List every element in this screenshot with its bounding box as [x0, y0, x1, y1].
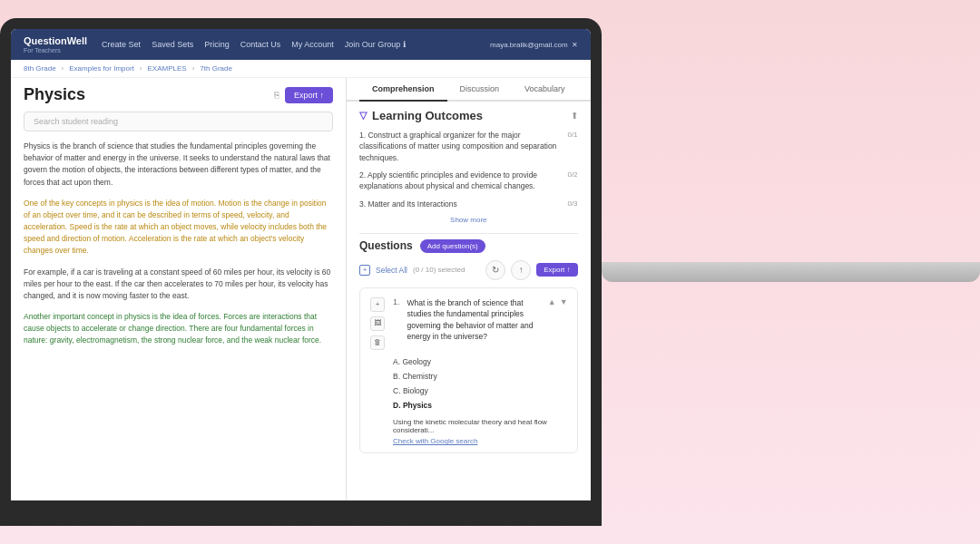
outcome-text-1: 1. Construct a graphical organizer for t… — [359, 130, 567, 163]
nav-links: Create Set Saved Sets Pricing Contact Us… — [102, 40, 490, 49]
select-all-label[interactable]: Select All — [376, 266, 407, 275]
share-icon[interactable]: ↑ — [511, 260, 531, 280]
left-header: Physics ⎘ Export ↑ — [11, 78, 346, 108]
answer-letter-c: C. — [393, 386, 403, 395]
question-delete-icon[interactable]: 🗑 — [370, 335, 385, 350]
questions-export-button[interactable]: Export ↑ — [536, 263, 577, 277]
answer-text-c: Biology — [403, 386, 428, 395]
tab-vocabulary[interactable]: Vocabulary — [512, 78, 578, 102]
outcome-count-1: 0/1 — [567, 130, 577, 141]
answer-option-a: A. Geology — [393, 357, 568, 368]
answer-options: A. Geology B. Chemistry C. Biology — [393, 357, 568, 412]
user-email: maya.bralik@gmail.com — [490, 41, 567, 49]
breadcrumb-examples-import[interactable]: Examples for Import — [69, 64, 134, 73]
copy-icon[interactable]: ⎘ — [274, 90, 279, 100]
tab-bar: Comprehension Discussion Vocabulary — [347, 78, 591, 102]
section-divider — [359, 233, 578, 234]
answer-text-d: Physics — [403, 401, 432, 410]
brand-sub: For Teachers — [24, 47, 87, 53]
outcomes-section-header: ▽ Learning Outcomes ⬆ — [359, 109, 578, 122]
answer-text-b: Chemistry — [402, 372, 436, 381]
selected-count: (0 / 10) selected — [413, 266, 465, 274]
outcome-text-3: 3. Matter and Its Interactions — [359, 199, 567, 209]
top-nav: QuestionWell For Teachers Create Set Sav… — [11, 29, 591, 60]
para-2: One of the key concepts in physics is th… — [24, 198, 333, 257]
nav-create-set[interactable]: Create Set — [102, 40, 141, 49]
add-question-button[interactable]: Add question(s) — [420, 239, 485, 253]
laptop-screen: QuestionWell For Teachers Create Set Sav… — [11, 29, 591, 500]
breadcrumb: 8th Grade › Examples for Import › EXAMPL… — [11, 60, 591, 78]
question-number: 1. — [393, 297, 400, 350]
para-1: Physics is the branch of science that st… — [24, 141, 333, 189]
breadcrumb-examples[interactable]: EXAMPLES — [148, 64, 187, 73]
question-text: What is the branch of science that studi… — [407, 297, 541, 350]
search-reading-input[interactable]: Search student reading — [24, 112, 333, 131]
outcome-count-2: 0/2 — [567, 170, 577, 180]
breadcrumb-sep-1: › — [62, 64, 64, 73]
outcome-item-1: 1. Construct a graphical organizer for t… — [359, 130, 578, 163]
questions-toolbar: + Select All (0 / 10) selected ↻ ↑ Expor… — [359, 260, 578, 280]
outcome-item-3: 3. Matter and Its Interactions 0/3 — [359, 199, 578, 209]
nav-user: maya.bralik@gmail.com ✕ — [490, 41, 577, 49]
question-image-icon[interactable]: 🖼 — [370, 316, 385, 331]
laptop-frame: QuestionWell For Teachers Create Set Sav… — [0, 18, 602, 526]
para-4: Another important concept in physics is … — [24, 311, 333, 347]
left-panel: Physics ⎘ Export ↑ Search student readin… — [11, 78, 347, 500]
google-check-link[interactable]: Check with Google search — [393, 437, 568, 445]
answer-letter-d: D. — [393, 401, 403, 410]
question-actions: ▲ ▼ — [548, 297, 568, 306]
breadcrumb-7th-grade[interactable]: 7th Grade — [200, 64, 232, 73]
breadcrumb-sep-2: › — [140, 64, 142, 73]
outcome-text-2: 2. Apply scientific principles and evide… — [359, 170, 567, 192]
right-panel: Comprehension Discussion Vocabulary ▽ Le… — [347, 78, 591, 500]
tab-discussion[interactable]: Discussion — [447, 78, 513, 102]
question-checkbox[interactable]: + — [370, 297, 385, 312]
brand-logo: QuestionWell For Teachers — [24, 35, 87, 53]
breadcrumb-sep-3: › — [192, 64, 195, 73]
question-icons: + 🖼 🗑 — [369, 297, 386, 350]
google-check-area: Using the kinetic molecular theory and h… — [393, 418, 568, 445]
brand-name: QuestionWell — [24, 35, 87, 46]
page-title: Physics — [24, 85, 85, 104]
breadcrumb-8th-grade[interactable]: 8th Grade — [24, 64, 56, 73]
laptop-base — [602, 262, 980, 282]
question-card-header: + 🖼 🗑 1. What is the branch of science t… — [369, 297, 568, 350]
reading-text-area: Physics is the branch of science that st… — [11, 137, 346, 500]
outcomes-title-text: Learning Outcomes — [372, 109, 483, 122]
outcome-count-3: 0/3 — [567, 199, 577, 209]
nav-pricing[interactable]: Pricing — [204, 40, 230, 49]
para-3: For example, if a car is traveling at a … — [24, 267, 333, 303]
nav-join-group[interactable]: Join Our Group ℹ — [345, 40, 406, 49]
right-scroll-area: ▽ Learning Outcomes ⬆ 1. Construct a gra… — [347, 102, 591, 500]
select-all-area: + Select All (0 / 10) selected — [359, 265, 465, 276]
question-card-1: + 🖼 🗑 1. What is the branch of science t… — [359, 287, 578, 454]
tab-comprehension[interactable]: Comprehension — [359, 78, 447, 102]
select-all-checkbox[interactable]: + — [359, 265, 370, 276]
nav-contact[interactable]: Contact Us — [240, 40, 281, 49]
answer-option-c: C. Biology — [393, 386, 568, 397]
toolbar-actions: ↻ ↑ Export ↑ — [485, 260, 577, 280]
question-down-icon[interactable]: ▼ — [560, 297, 568, 306]
answer-option-d: D. Physics — [393, 401, 568, 412]
filter-icon: ▽ — [359, 110, 367, 121]
outcomes-share-icon[interactable]: ⬆ — [571, 111, 578, 121]
left-export-button[interactable]: Export ↑ — [285, 87, 333, 103]
outcome-item-2: 2. Apply scientific principles and evide… — [359, 170, 578, 192]
refresh-icon[interactable]: ↻ — [485, 260, 505, 280]
answer-letter-a: A. — [393, 357, 402, 366]
show-more-btn[interactable]: Show more — [359, 216, 578, 224]
answer-letter-b: B. — [393, 372, 402, 381]
nav-saved-sets[interactable]: Saved Sets — [152, 40, 193, 49]
question-up-icon[interactable]: ▲ — [548, 297, 556, 306]
answer-text-a: Geology — [402, 357, 431, 366]
main-content: Physics ⎘ Export ↑ Search student readin… — [11, 78, 591, 500]
nav-my-account[interactable]: My Account — [291, 40, 334, 49]
outcomes-title: ▽ Learning Outcomes — [359, 109, 483, 122]
questions-header: Questions Add question(s) — [359, 239, 578, 253]
questions-title: Questions — [359, 239, 413, 252]
google-check-preview: Using the kinetic molecular theory and h… — [393, 418, 568, 434]
user-icon: ✕ — [572, 41, 578, 49]
answer-option-b: B. Chemistry — [393, 372, 568, 383]
